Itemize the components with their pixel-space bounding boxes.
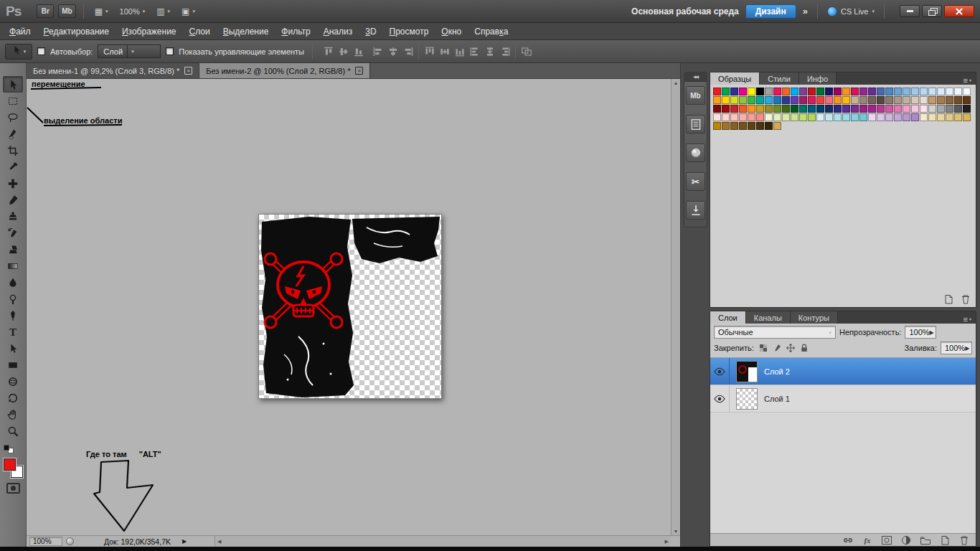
menu-window[interactable]: Окно: [435, 24, 468, 39]
layer-row-1[interactable]: Слой 2: [710, 358, 976, 385]
swatch[interactable]: [748, 88, 755, 95]
minimize-button[interactable]: [900, 5, 920, 17]
swatch[interactable]: [903, 88, 910, 95]
scrubby-slider-icon[interactable]: ▶: [965, 345, 969, 352]
swatch[interactable]: [963, 113, 971, 121]
align-right-edges-button[interactable]: [400, 44, 415, 59]
layers-tab-3[interactable]: Контуры: [791, 311, 838, 324]
document-window[interactable]: [258, 214, 442, 399]
tool-clone-stamp[interactable]: [3, 208, 23, 225]
lock-pixels-button[interactable]: [771, 342, 783, 354]
swatch[interactable]: [791, 113, 798, 121]
swatch[interactable]: [730, 113, 738, 121]
delete-swatch-button[interactable]: [958, 293, 972, 304]
menu-select[interactable]: Выделение: [217, 24, 275, 39]
document-tab-1[interactable]: Без имени-1 @ 99,2% (Слой 3, RGB/8) *×: [27, 63, 199, 78]
swatch[interactable]: [954, 105, 962, 113]
swatch[interactable]: [928, 105, 936, 113]
swatch[interactable]: [937, 105, 945, 113]
scroll-down-icon[interactable]: ▼: [674, 529, 679, 534]
swatch[interactable]: [808, 96, 816, 104]
swatch[interactable]: [954, 96, 962, 104]
swatch[interactable]: [894, 96, 902, 104]
lock-all-button[interactable]: [798, 342, 811, 354]
tool-eraser[interactable]: [3, 241, 23, 258]
tool-blur[interactable]: [3, 274, 23, 291]
tool-quick-selection[interactable]: [3, 126, 23, 142]
swatch[interactable]: [937, 88, 945, 95]
swatch[interactable]: [868, 96, 876, 104]
swatch[interactable]: [885, 113, 893, 121]
view-extras-dropdown[interactable]: ▦ ▾: [91, 4, 112, 18]
lock-position-button[interactable]: [785, 342, 797, 354]
tab-close-icon[interactable]: ×: [355, 67, 363, 75]
panel-menu-icon[interactable]: ≡ ▾: [963, 315, 976, 324]
swatch[interactable]: [885, 105, 893, 113]
swatch[interactable]: [920, 105, 928, 113]
new-layer-button[interactable]: [938, 535, 951, 545]
swatch[interactable]: [903, 96, 910, 104]
swatch[interactable]: [739, 105, 747, 113]
tool-hand[interactable]: [3, 406, 23, 423]
menu-filter[interactable]: Фильтр: [275, 24, 316, 39]
swatch[interactable]: [911, 96, 919, 104]
swatch[interactable]: [877, 96, 885, 104]
layer-mask-button[interactable]: [880, 535, 892, 545]
document-tab-2[interactable]: Без имени-2 @ 100% (Слой 2, RGB/8) *×: [199, 63, 370, 78]
swatch[interactable]: [834, 88, 842, 95]
swatch[interactable]: [894, 113, 902, 121]
swatch[interactable]: [722, 88, 730, 95]
swatch[interactable]: [773, 122, 781, 130]
quick-mask-icon[interactable]: [6, 483, 20, 494]
swatch[interactable]: [791, 88, 798, 95]
swatch[interactable]: [722, 105, 730, 113]
swatch[interactable]: [859, 88, 867, 95]
autoselect-target-select[interactable]: Слой ▾: [98, 44, 161, 58]
swatch[interactable]: [782, 96, 790, 104]
menu-layers[interactable]: Слои: [183, 24, 217, 39]
scroll-left-icon[interactable]: ◀: [217, 539, 221, 545]
cs-live-dropdown[interactable]: CS Live ▾: [827, 6, 875, 17]
zoom-level-dropdown[interactable]: 100% ▾: [116, 4, 149, 18]
distribute-vertical-centers-button[interactable]: [437, 44, 452, 59]
swatch[interactable]: [808, 113, 816, 121]
tool-pen[interactable]: [3, 307, 23, 324]
swatch[interactable]: [816, 105, 824, 113]
menu-help[interactable]: Справка: [468, 24, 514, 39]
swatch[interactable]: [816, 96, 824, 104]
swatch[interactable]: [859, 113, 867, 121]
swatch[interactable]: [825, 113, 833, 121]
swatch[interactable]: [954, 113, 962, 121]
swatch[interactable]: [842, 96, 850, 104]
foreground-color-chip[interactable]: [4, 458, 16, 471]
delete-layer-button[interactable]: [958, 535, 970, 545]
swatch[interactable]: [851, 105, 859, 113]
swatches-tab-3[interactable]: Инфо: [799, 72, 837, 85]
launch-bridge-button[interactable]: Br: [37, 4, 54, 18]
swatch[interactable]: [765, 105, 773, 113]
mini-bridge-button[interactable]: Mb: [58, 4, 75, 18]
swatch[interactable]: [963, 88, 971, 95]
tool-shape[interactable]: [3, 357, 23, 373]
menu-3d[interactable]: 3D: [359, 24, 382, 39]
swatch[interactable]: [722, 113, 730, 121]
swatch[interactable]: [885, 88, 893, 95]
align-bottom-edges-button[interactable]: [351, 44, 366, 59]
panel-menu-icon[interactable]: ≡ ▾: [963, 76, 976, 85]
blend-mode-select[interactable]: Обычные ▾: [714, 326, 836, 339]
menu-edit[interactable]: Редактирование: [37, 24, 116, 39]
tool-3d-camera-rotate[interactable]: [3, 390, 23, 406]
tool-type[interactable]: T: [3, 324, 23, 340]
swatch[interactable]: [816, 113, 824, 121]
swatch[interactable]: [825, 88, 833, 95]
distribute-horizontal-centers-button[interactable]: [482, 44, 497, 59]
align-top-edges-button[interactable]: [321, 44, 336, 59]
link-layers-button[interactable]: [842, 535, 854, 545]
swatch[interactable]: [799, 105, 807, 113]
color-chips[interactable]: [4, 458, 23, 478]
tool-3d-object-rotate[interactable]: [3, 373, 23, 390]
tool-lasso[interactable]: [3, 109, 23, 126]
swatch[interactable]: [928, 113, 936, 121]
tool-move[interactable]: [3, 76, 23, 93]
swatch[interactable]: [773, 88, 781, 95]
